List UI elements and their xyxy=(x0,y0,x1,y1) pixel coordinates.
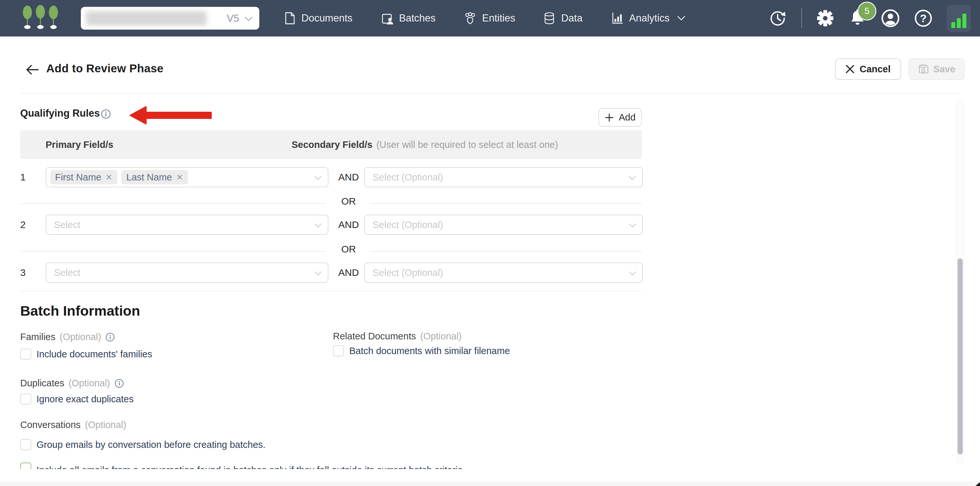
chevron-down-icon xyxy=(314,223,322,228)
nav-batches-label: Batches xyxy=(399,13,436,24)
rules-table-bottom-border xyxy=(20,291,642,292)
families-checkbox-row: Include documents' families xyxy=(20,349,152,360)
notification-badge: 5 xyxy=(858,2,877,21)
related-documents-checkbox-row: Batch documents with similar filename xyxy=(333,345,510,356)
secondary-fields-select-1[interactable]: Select (Optional) xyxy=(364,167,643,187)
secondary-fields-select-3[interactable]: Select (Optional) xyxy=(364,262,643,283)
app-logo[interactable] xyxy=(19,4,64,33)
select-placeholder: Select xyxy=(54,215,81,234)
secondary-column-header: Secondary Field/s (User will be required… xyxy=(291,130,558,159)
duplicates-label: Duplicates (Optional) xyxy=(20,378,124,389)
secondary-column-note: (User will be required to select at leas… xyxy=(376,140,558,150)
info-icon[interactable] xyxy=(105,332,115,342)
page-title: Add to Review Phase xyxy=(46,62,164,75)
notifications[interactable]: 5 xyxy=(848,9,867,28)
conversations-label: Conversations (Optional) xyxy=(20,419,126,430)
annotation-red-arrow xyxy=(130,106,212,125)
or-label: OR xyxy=(326,244,371,255)
svg-text:?: ? xyxy=(920,12,927,24)
info-icon[interactable] xyxy=(115,378,124,388)
field-chip[interactable]: First Name ✕ xyxy=(50,170,117,184)
chevron-down-icon[interactable] xyxy=(244,16,253,22)
or-label: OR xyxy=(326,196,371,207)
select-placeholder: Select (Optional) xyxy=(373,168,443,187)
remove-chip-icon[interactable]: ✕ xyxy=(176,173,183,182)
families-label: Families (Optional) xyxy=(20,332,115,342)
rule-row-2: 2 Select AND Select (Optional) xyxy=(0,214,980,235)
primary-fields-select-1[interactable]: First Name ✕ Last Name ✕ xyxy=(46,167,328,187)
checkbox-label: Ignore exact duplicates xyxy=(37,394,134,405)
checkbox-label: Batch documents with similar filename xyxy=(349,346,510,356)
chevron-down-icon xyxy=(314,271,322,276)
chevron-down-icon xyxy=(314,176,322,181)
related-documents-label: Related Documents (Optional) xyxy=(333,331,461,342)
rules-table-header: Primary Field/s Secondary Field/s (User … xyxy=(20,130,642,159)
nav-entities-label: Entities xyxy=(482,13,515,24)
nav-data-label: Data xyxy=(561,13,582,24)
chevron-down-icon xyxy=(628,271,636,276)
remove-chip-icon[interactable]: ✕ xyxy=(105,173,112,182)
optional-tag: (Optional) xyxy=(60,332,101,342)
nav-entities[interactable]: Entities xyxy=(464,12,515,25)
save-button[interactable]: Save xyxy=(908,58,965,80)
primary-fields-select-2[interactable]: Select xyxy=(46,214,328,235)
rule-row-3: 3 Select AND Select (Optional) xyxy=(0,262,980,283)
include-families-checkbox[interactable] xyxy=(20,349,31,360)
account-icon[interactable] xyxy=(881,9,900,28)
field-chip[interactable]: Last Name ✕ xyxy=(121,170,188,184)
and-label: AND xyxy=(333,262,364,283)
analytics-icon xyxy=(611,12,624,25)
rule-row-number: 1 xyxy=(20,167,31,187)
rule-row-number: 2 xyxy=(20,214,31,235)
project-name-redacted xyxy=(86,11,207,25)
nav-analytics-label: Analytics xyxy=(629,13,670,24)
rule-row-number: 3 xyxy=(20,262,31,283)
optional-tag: (Optional) xyxy=(85,419,126,430)
document-icon xyxy=(284,12,296,25)
header-divider xyxy=(20,93,961,94)
nav-analytics[interactable]: Analytics xyxy=(611,12,686,25)
plus-icon xyxy=(605,113,614,122)
back-arrow-icon[interactable] xyxy=(25,63,39,76)
project-selector[interactable]: V5 xyxy=(81,7,259,30)
info-icon[interactable] xyxy=(101,109,111,119)
primary-fields-select-3[interactable]: Select xyxy=(46,262,328,283)
clipped-checkbox-row: Include all emails from a conversation f… xyxy=(20,461,463,469)
chevron-down-icon xyxy=(677,16,686,21)
nav-documents-label: Documents xyxy=(301,13,353,24)
qualifying-rules-title: Qualifying Rules xyxy=(20,108,100,119)
cancel-label: Cancel xyxy=(859,64,890,75)
app-switcher[interactable] xyxy=(947,5,971,32)
checkbox-label: Include documents' families xyxy=(37,349,152,360)
add-rule-button[interactable]: Add xyxy=(598,108,642,127)
save-icon xyxy=(918,64,929,74)
nav-data[interactable]: Data xyxy=(543,12,582,25)
chevron-down-icon xyxy=(628,223,636,228)
nav-documents[interactable]: Documents xyxy=(284,12,353,25)
secondary-fields-select-2[interactable]: Select (Optional) xyxy=(364,214,643,235)
cancel-button[interactable]: Cancel xyxy=(835,58,901,80)
clipped-checkbox[interactable] xyxy=(20,462,31,469)
similar-filename-checkbox[interactable] xyxy=(333,345,344,356)
help-icon[interactable]: ? xyxy=(914,9,932,27)
group-conversations-checkbox[interactable] xyxy=(20,439,31,450)
checkbox-label: Group emails by conversation before crea… xyxy=(37,440,266,450)
green-bars-icon xyxy=(950,9,968,32)
optional-tag: (Optional) xyxy=(68,378,110,389)
duplicates-checkbox-row: Ignore exact duplicates xyxy=(20,394,134,405)
select-placeholder: Select xyxy=(54,263,81,282)
or-divider: OR xyxy=(0,196,980,211)
ignore-duplicates-checkbox[interactable] xyxy=(20,394,31,405)
save-label: Save xyxy=(934,64,956,75)
rule-row-1: 1 First Name ✕ Last Name ✕ AND Select (O… xyxy=(0,167,980,187)
and-label: AND xyxy=(333,167,364,187)
scrollbar-thumb[interactable] xyxy=(958,258,963,454)
nav-batches[interactable]: Batches xyxy=(380,12,436,25)
batches-icon xyxy=(380,12,394,25)
or-divider: OR xyxy=(0,244,980,259)
history-icon[interactable] xyxy=(768,9,787,27)
field-chip-label: Last Name xyxy=(126,172,172,183)
gear-icon[interactable] xyxy=(816,10,834,27)
bottom-bar xyxy=(0,481,980,486)
version-label: V5 xyxy=(227,13,239,24)
